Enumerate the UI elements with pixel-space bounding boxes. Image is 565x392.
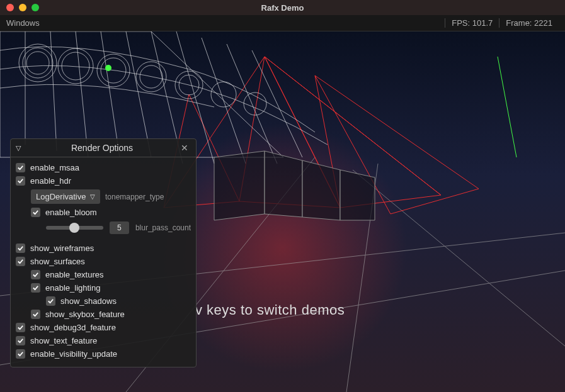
window-title: Rafx Demo [261,3,304,13]
dropdown-value: LogDerivative [36,192,86,201]
svg-line-4 [353,170,565,346]
menu-windows[interactable]: Windows [6,18,40,28]
svg-point-12 [58,48,93,84]
checkbox-enable-textures[interactable] [31,270,40,279]
checkbox-visibility-update[interactable] [16,349,25,359]
option-show-surfaces: show_surfaces [16,255,191,268]
label-show-surfaces: show_surfaces [30,257,85,266]
label-enable-hdr: enable_hdr [30,176,71,186]
option-show-wireframes: show_wireframes [16,242,191,255]
svg-point-14 [97,54,130,87]
checkbox-show-surfaces[interactable] [16,257,25,266]
label-enable-bloom: enable_bloom [45,208,97,217]
render-options-panel[interactable]: ▽ Render Options ✕ enable_msaa enable_hd… [10,138,197,367]
label-enable-lighting: enable_lighting [45,283,100,293]
chevron-down-icon: ▽ [90,193,95,200]
slider-value[interactable]: 5 [110,221,129,234]
checkbox-show-debug3d[interactable] [16,323,25,332]
label-enable-msaa: enable_msaa [30,163,79,172]
svg-point-17 [140,65,163,88]
svg-point-20 [211,82,236,107]
option-enable-msaa: enable_msaa [16,161,191,174]
label-show-wireframes: show_wireframes [30,244,94,253]
option-blur-pass: 5 blur_pass_count [16,219,191,237]
option-enable-hdr: enable_hdr [16,174,191,188]
checkbox-enable-hdr[interactable] [16,176,25,186]
option-visibility-update: enable_visibility_update [16,347,191,361]
option-enable-textures: enable_textures [16,268,191,281]
panel-title: Render Options [26,143,178,153]
option-tonemapper: LogDerivative ▽ tonemapper_type [16,188,191,206]
checkbox-show-skybox[interactable] [31,310,40,319]
label-show-shadows: show_shadows [60,296,117,306]
slider-thumb[interactable] [69,223,79,233]
collapse-icon[interactable]: ▽ [16,144,21,152]
minimize-window-button[interactable] [19,4,26,11]
svg-point-9 [19,44,57,82]
close-window-button[interactable] [6,4,14,11]
hint-text: v keys to switch demos [195,302,345,318]
marker-dot [105,65,111,71]
option-enable-bloom: enable_bloom [16,206,191,219]
fps-counter: FPS: 101.7 [445,18,499,28]
label-show-skybox: show_skybox_feature [45,310,125,319]
svg-line-5 [498,57,516,157]
panel-header[interactable]: ▽ Render Options ✕ [11,139,196,157]
svg-point-10 [23,48,53,78]
checkbox-show-wireframes[interactable] [16,244,25,253]
label-blur-pass: blur_pass_count [135,223,191,232]
checkbox-show-text[interactable] [16,336,25,345]
panel-body: enable_msaa enable_hdr LogDerivative ▽ t… [11,157,196,367]
label-show-debug3d: show_debug3d_feature [30,323,116,332]
svg-point-11 [26,52,49,74]
frame-counter: Frame: 2221 [499,18,559,28]
menubar: Windows FPS: 101.7 Frame: 2221 [0,15,565,31]
close-icon[interactable]: ✕ [178,143,191,153]
checkbox-enable-lighting[interactable] [31,283,40,293]
label-visibility-update: enable_visibility_update [30,349,117,359]
checkbox-enable-bloom[interactable] [31,208,40,217]
maximize-window-button[interactable] [31,4,39,11]
titlebar: Rafx Demo [0,0,565,15]
slider-blur-pass[interactable] [46,226,103,230]
label-enable-textures: enable_textures [45,270,104,279]
label-show-text: show_text_feature [30,336,97,345]
checkbox-show-shadows[interactable] [46,296,55,306]
option-enable-lighting: enable_lighting [16,281,191,294]
option-show-debug3d: show_debug3d_feature [16,321,191,334]
option-show-text: show_text_feature [16,334,191,347]
label-tonemapper: tonemapper_type [105,193,164,201]
dropdown-tonemapper[interactable]: LogDerivative ▽ [31,189,100,204]
option-show-skybox: show_skybox_feature [16,308,191,321]
checkbox-enable-msaa[interactable] [16,163,25,172]
svg-point-15 [101,58,126,83]
option-show-shadows: show_shadows [16,294,191,308]
window-controls [0,4,39,11]
